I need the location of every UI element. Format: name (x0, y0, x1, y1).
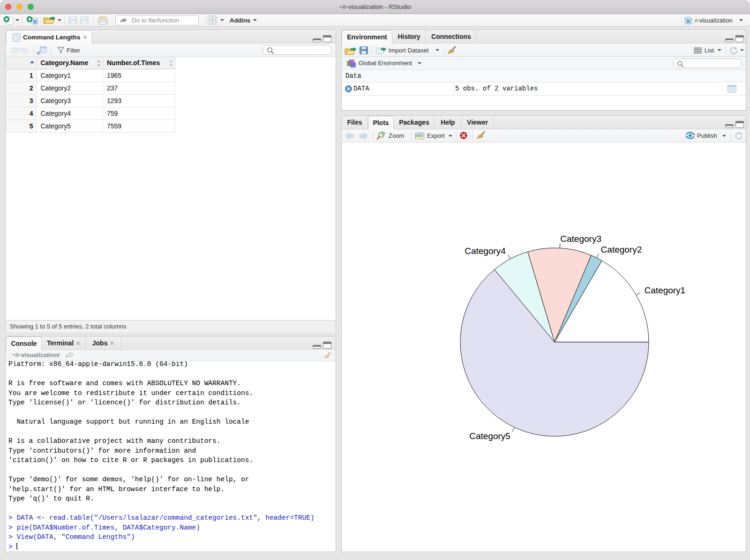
svg-text:Category2: Category2 (601, 245, 642, 254)
svg-text:R: R (687, 18, 690, 23)
svg-text:Category3: Category3 (560, 234, 601, 244)
svg-text:R: R (33, 19, 38, 24)
svg-text:Category5: Category5 (469, 431, 510, 441)
svg-text:Category4: Category4 (465, 246, 506, 256)
svg-text:Category1: Category1 (645, 285, 686, 295)
